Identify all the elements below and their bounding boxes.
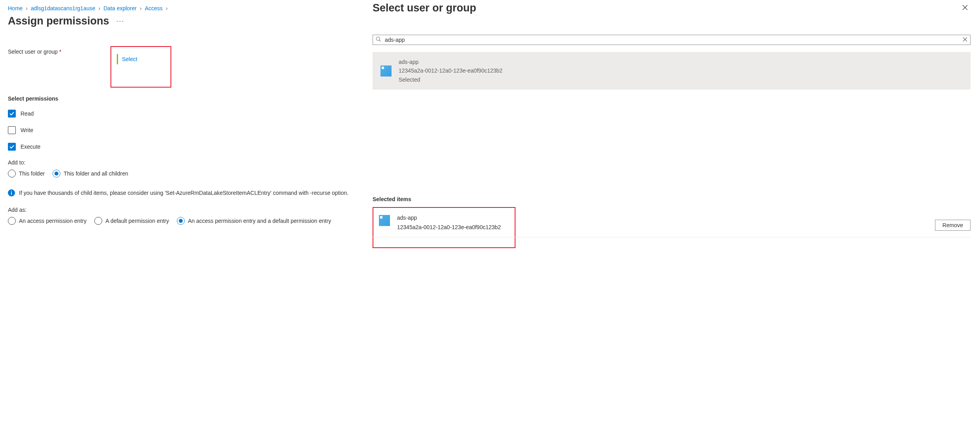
main-column: Home › adlsg1datascans1rg1ause › Data ex… <box>0 0 363 424</box>
result-status: Selected <box>399 75 502 84</box>
breadcrumb-item[interactable]: Access <box>145 5 163 11</box>
selected-item-row: ads-app 12345a2a-0012-12a0-123e-ea0f90c1… <box>379 213 509 232</box>
accent-bar <box>117 54 118 64</box>
page-title-row: Assign permissions ··· <box>8 15 355 27</box>
selected-items-heading: Selected items <box>373 196 971 202</box>
permissions-list: Read Write Execute <box>8 110 355 151</box>
chevron-right-icon: › <box>26 5 28 11</box>
app-icon <box>380 65 392 77</box>
panel-header: Select user or group <box>373 0 971 14</box>
page-title: Assign permissions <box>8 15 109 27</box>
svg-rect-1 <box>11 192 12 195</box>
write-checkbox[interactable] <box>8 126 16 134</box>
breadcrumb-item[interactable]: adlsg1datascans1rg1ause <box>31 5 95 11</box>
result-name: ads-app <box>399 58 502 66</box>
result-id: 12345a2a-0012-12a0-123e-ea0f90c123b2 <box>399 66 502 75</box>
select-user-label: Select user or group* <box>8 46 111 55</box>
more-icon[interactable]: ··· <box>116 17 125 25</box>
read-checkbox[interactable] <box>8 110 16 118</box>
breadcrumb: Home › adlsg1datascans1rg1ause › Data ex… <box>8 4 355 13</box>
execute-checkbox[interactable] <box>8 143 16 151</box>
chevron-right-icon: › <box>166 5 168 11</box>
breadcrumb-item[interactable]: Home <box>8 5 22 11</box>
svg-rect-2 <box>11 191 12 192</box>
add-as-access-entry[interactable]: An access permission entry <box>8 217 86 225</box>
search-result-item[interactable]: ads-app 12345a2a-0012-12a0-123e-ea0f90c1… <box>373 52 971 90</box>
read-label: Read <box>21 110 34 117</box>
clear-search-icon[interactable] <box>963 37 967 43</box>
app-icon <box>379 215 390 226</box>
add-to-this-folder[interactable]: This folder <box>8 170 45 177</box>
select-permissions-heading: Select permissions <box>8 95 355 102</box>
info-row: If you have thousands of child items, pl… <box>8 189 355 196</box>
selected-highlight-box: ads-app 12345a2a-0012-12a0-123e-ea0f90c1… <box>373 207 515 248</box>
selected-item-id: 12345a2a-0012-12a0-123e-ea0f90c123b2 <box>397 223 501 232</box>
select-link[interactable]: Select <box>122 56 137 62</box>
breadcrumb-item[interactable]: Data explorer <box>103 5 137 11</box>
svg-line-4 <box>379 40 381 41</box>
execute-label: Execute <box>21 144 41 150</box>
add-as-both-entry[interactable]: An access permission entry and a default… <box>177 217 331 225</box>
result-text: ads-app 12345a2a-0012-12a0-123e-ea0f90c1… <box>399 58 502 84</box>
svg-point-3 <box>376 37 380 41</box>
search-input[interactable] <box>373 35 971 45</box>
close-icon[interactable] <box>959 2 971 14</box>
remove-button[interactable]: Remove <box>935 220 971 231</box>
selected-item-name: ads-app <box>397 213 501 223</box>
write-label: Write <box>21 127 33 133</box>
chevron-right-icon: › <box>99 5 101 11</box>
search-icon <box>376 37 381 43</box>
select-user-field: Select user or group* Select <box>8 46 355 88</box>
add-to-this-folder-and-children[interactable]: This folder and all children <box>52 170 128 177</box>
panel-title: Select user or group <box>373 2 476 14</box>
add-to-radio-group: This folder This folder and all children <box>8 170 355 177</box>
divider <box>373 237 971 237</box>
add-as-default-entry[interactable]: A default permission entry <box>94 217 169 225</box>
chevron-right-icon: › <box>140 5 142 11</box>
add-as-radio-group: An access permission entry A default per… <box>8 217 355 225</box>
add-as-label: Add as: <box>8 207 355 213</box>
add-to-label: Add to: <box>8 159 355 166</box>
info-icon <box>8 189 15 196</box>
select-highlight-box: Select <box>111 46 171 88</box>
side-panel: Select user or group ads-app 12345a2a-00… <box>363 0 980 424</box>
info-text: If you have thousands of child items, pl… <box>19 190 349 196</box>
search-wrap <box>373 35 971 45</box>
